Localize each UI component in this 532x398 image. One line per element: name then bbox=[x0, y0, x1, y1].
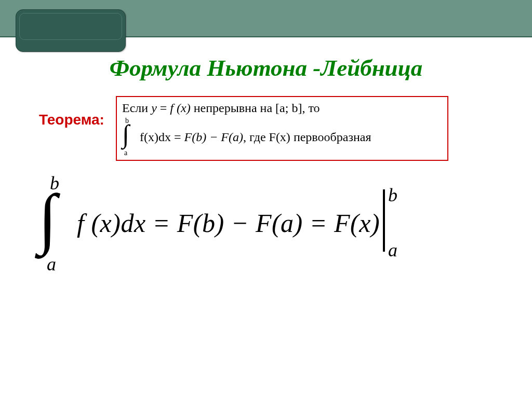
int-lower: a bbox=[124, 149, 127, 157]
math-eq: = bbox=[171, 130, 184, 144]
text: , то bbox=[302, 101, 320, 115]
integral-large: b ∫ a bbox=[42, 176, 73, 270]
eval-lower: a bbox=[388, 239, 397, 261]
vertical-bar-icon bbox=[383, 189, 385, 252]
theorem-label: Теорема: bbox=[39, 112, 104, 128]
math-y: y bbox=[151, 101, 157, 115]
integral-icon: ∫ bbox=[122, 121, 129, 147]
math-rhs: F(x) bbox=[334, 209, 380, 238]
theorem-line-2-expr: f(x)dx = F(b) − F(a), где F(x) первообра… bbox=[140, 130, 371, 144]
math-mid: F(b) − F(a) bbox=[177, 209, 303, 238]
integral-small: b ∫ a bbox=[122, 119, 137, 155]
formula-expression: f (x)dx = F(b) − F(a) = F(x) bbox=[75, 208, 380, 238]
math-eq: = bbox=[303, 209, 334, 238]
top-bar-tab-inner bbox=[19, 13, 122, 40]
math-integrand: f(x)dx bbox=[140, 130, 171, 144]
text-antiderivative: первообразная bbox=[290, 130, 371, 144]
math-eq: = bbox=[157, 101, 170, 115]
math-eq: = bbox=[146, 209, 177, 238]
page-title: Формула Ньютона -Лейбница bbox=[0, 54, 532, 81]
text: непрерывна на bbox=[191, 101, 275, 115]
math-fx: f (x) bbox=[170, 101, 190, 115]
top-bar bbox=[0, 0, 532, 37]
theorem-line-1: Если y = f (x) непрерывна на [a; b], то bbox=[122, 100, 442, 116]
math-rhs: F(b) − F(a) bbox=[184, 130, 243, 144]
eval-upper: b bbox=[388, 184, 397, 206]
math-Fx: F(x) bbox=[269, 130, 290, 144]
theorem-line-2: b ∫ a f(x)dx = F(b) − F(a), где F(x) пер… bbox=[122, 119, 442, 155]
slide: Формула Ньютона -Лейбница Теорема: Если … bbox=[0, 0, 532, 398]
text-where: , где bbox=[243, 130, 269, 144]
theorem-box: Если y = f (x) непрерывна на [a; b], то … bbox=[116, 96, 448, 161]
int-lower: a bbox=[47, 253, 56, 275]
math-lhs: f (x)dx bbox=[77, 209, 146, 238]
main-formula: b ∫ a f (x)dx = F(b) − F(a) = F(x) b a bbox=[42, 176, 499, 275]
integral-icon: ∫ bbox=[38, 187, 57, 249]
top-bar-tab bbox=[16, 9, 126, 52]
math-interval: [a; b] bbox=[275, 101, 302, 115]
text: Если bbox=[122, 101, 151, 115]
